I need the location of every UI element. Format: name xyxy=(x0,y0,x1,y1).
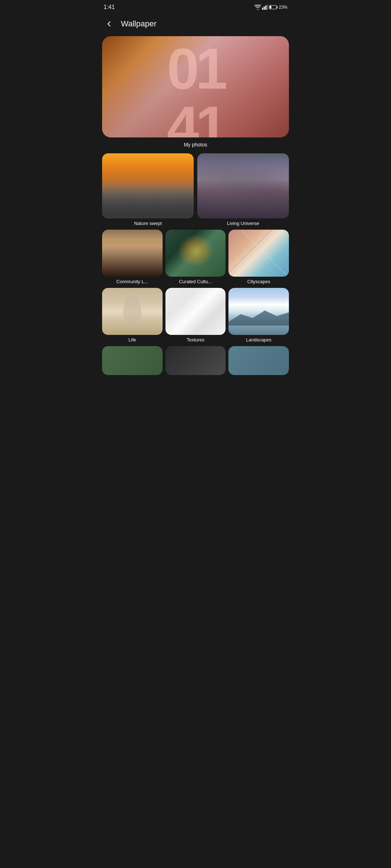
my-photos-label: My photos xyxy=(102,142,289,148)
medium-category-row-2: Life Textures Landscapes xyxy=(102,288,289,342)
category-card-curated[interactable]: Curated Cultu... xyxy=(165,230,226,284)
back-button[interactable] xyxy=(104,18,115,30)
category-card-partial-1[interactable] xyxy=(102,346,163,375)
landscapes-label: Landscapes xyxy=(228,337,289,342)
category-card-landscapes[interactable]: Landscapes xyxy=(228,288,289,342)
svg-rect-5 xyxy=(277,7,277,8)
page-header: Wallpaper xyxy=(98,13,293,36)
status-bar: 1:41 23% xyxy=(98,0,293,13)
living-universe-label: Living Universe xyxy=(197,221,289,226)
partial-3-thumbnail xyxy=(228,346,289,375)
wifi-icon xyxy=(255,5,261,10)
cityscapes-thumbnail xyxy=(228,230,289,277)
landscapes-thumbnail xyxy=(228,288,289,335)
category-card-community[interactable]: Community L... xyxy=(102,230,163,284)
svg-rect-2 xyxy=(265,5,266,10)
category-card-nature-swept[interactable]: Nature swept xyxy=(102,153,194,226)
status-icons: 23% xyxy=(255,5,287,10)
partial-2-thumbnail xyxy=(165,346,226,375)
svg-rect-1 xyxy=(264,7,265,10)
textures-thumbnail xyxy=(165,288,226,335)
community-thumbnail xyxy=(102,230,163,277)
category-card-cityscapes[interactable]: Cityscapes xyxy=(228,230,289,284)
partial-1-thumbnail xyxy=(102,346,163,375)
life-label: Life xyxy=(102,337,163,342)
category-card-textures[interactable]: Textures xyxy=(165,288,226,342)
my-photos-thumbnail: 0141 xyxy=(102,36,289,137)
nature-swept-thumbnail xyxy=(102,153,194,218)
life-thumbnail xyxy=(102,288,163,335)
partial-category-row xyxy=(102,346,289,375)
battery-icon xyxy=(269,5,278,9)
large-category-row: Nature swept Living Universe xyxy=(102,153,289,226)
community-label: Community L... xyxy=(102,279,163,284)
battery-percent: 23% xyxy=(279,5,287,10)
category-card-life[interactable]: Life xyxy=(102,288,163,342)
category-card-living-universe[interactable]: Living Universe xyxy=(197,153,289,226)
category-card-partial-3[interactable] xyxy=(228,346,289,375)
curated-thumbnail xyxy=(165,230,226,277)
wallpaper-content: 0141 My photos Nature swept Living Unive… xyxy=(98,36,293,382)
svg-rect-6 xyxy=(269,6,271,9)
living-universe-thumbnail xyxy=(197,153,289,218)
signal-icon xyxy=(262,5,268,10)
page-title: Wallpaper xyxy=(121,19,156,29)
svg-rect-3 xyxy=(267,5,268,10)
cityscapes-label: Cityscapes xyxy=(228,279,289,284)
svg-rect-0 xyxy=(262,8,263,10)
textures-label: Textures xyxy=(165,337,226,342)
category-card-partial-2[interactable] xyxy=(165,346,226,375)
my-photos-card[interactable]: 0141 xyxy=(102,36,289,137)
status-time: 1:41 xyxy=(104,4,115,10)
my-photos-overlay-text: 0141 xyxy=(167,40,224,137)
nature-swept-label: Nature swept xyxy=(102,221,194,226)
curated-label: Curated Cultu... xyxy=(165,279,226,284)
medium-category-row-1: Community L... Curated Cultu... Cityscap… xyxy=(102,230,289,284)
